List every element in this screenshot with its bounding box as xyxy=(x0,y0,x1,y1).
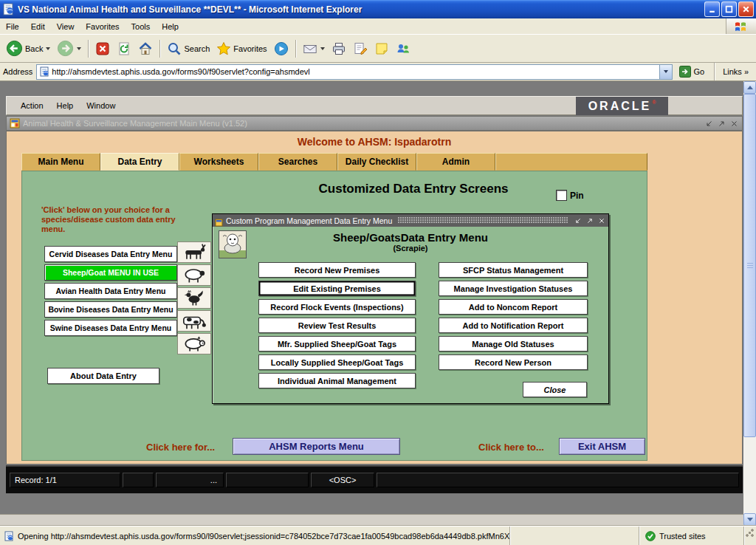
search-label: Search xyxy=(184,44,210,53)
applet-menu-action[interactable]: Action xyxy=(14,98,50,113)
address-bar: Address Go Links » xyxy=(0,63,756,81)
scroll-up-button[interactable] xyxy=(743,81,756,94)
tab-admin[interactable]: Admin xyxy=(416,153,495,171)
swine-menu-button[interactable]: Swine Diseases Data Entry Menu xyxy=(44,320,177,336)
menu-edit[interactable]: Edit xyxy=(25,20,51,33)
mail-dropdown-arrow[interactable] xyxy=(320,47,325,50)
home-button[interactable] xyxy=(135,39,156,58)
welcome-text: Welcome to AHSM: Ispadarotrn xyxy=(7,136,742,148)
dialog-right-button-column: SFCP Status Management Manage Investigat… xyxy=(439,262,588,370)
locally-supplied-tags-button[interactable]: Locally Supplied Sheep/Goat Tags xyxy=(258,354,416,370)
dialog-subheading: (Scrapie) xyxy=(213,244,608,253)
record-new-premises-button[interactable]: Record New Premises xyxy=(258,262,416,278)
address-dropdown-button[interactable] xyxy=(659,65,672,79)
edit-existing-premises-button[interactable]: Edit Existing Premises xyxy=(258,281,416,296)
dialog-window-icon xyxy=(215,216,223,224)
dialog-titlebar-pattern xyxy=(398,217,568,224)
mail-button[interactable] xyxy=(300,39,328,58)
window-controls xyxy=(704,1,754,17)
refresh-button[interactable] xyxy=(114,39,134,58)
mdi-close-button[interactable] xyxy=(729,119,739,128)
exit-ahsm-button[interactable]: Exit AHSM xyxy=(559,438,645,455)
go-button[interactable]: Go xyxy=(676,65,708,78)
mdi-restore-button[interactable] xyxy=(717,119,726,128)
add-to-noncom-report-button[interactable]: Add to Noncom Report xyxy=(439,299,588,315)
favorites-button[interactable]: Favorites xyxy=(213,39,269,58)
menu-favorites[interactable]: Favorites xyxy=(80,20,125,33)
status-cell-empty xyxy=(226,473,309,487)
back-dropdown-arrow[interactable] xyxy=(46,47,50,50)
vertical-scrollbar[interactable] xyxy=(743,81,756,526)
mdi-minimize-button[interactable] xyxy=(704,119,714,128)
dialog-restore-button[interactable] xyxy=(585,216,594,225)
menu-file[interactable]: File xyxy=(0,20,25,33)
close-button[interactable] xyxy=(738,1,754,17)
review-test-results-button[interactable]: Review Test Results xyxy=(258,318,416,333)
edit-button[interactable] xyxy=(350,39,371,58)
dialog-minimize-button[interactable] xyxy=(574,216,583,225)
maximize-button[interactable] xyxy=(721,1,737,17)
media-button[interactable] xyxy=(271,39,292,58)
scrollbar-thumb[interactable] xyxy=(743,94,756,437)
form-status-bar: Record: 1/1 ... <OSC> xyxy=(6,465,743,493)
address-input[interactable] xyxy=(52,66,656,78)
deer-icon xyxy=(177,241,211,263)
status-spacer-section xyxy=(509,527,639,545)
add-to-notification-report-button[interactable]: Add to Notification Report xyxy=(439,318,588,333)
dialog-title-bar[interactable]: Custom Program Management Data Entry Men… xyxy=(213,214,608,227)
avian-menu-button[interactable]: Avian Health Data Entry Menu xyxy=(44,283,177,299)
favorites-star-icon xyxy=(216,41,231,56)
dialog-close-action-button[interactable]: Close xyxy=(523,382,587,397)
windows-logo-icon xyxy=(726,18,756,34)
browser-toolbar: Back xyxy=(0,35,756,63)
sfcp-status-management-button[interactable]: SFCP Status Management xyxy=(439,262,588,278)
back-button[interactable]: Back xyxy=(3,38,53,59)
record-flock-events-button[interactable]: Record Flock Events (Inspections) xyxy=(258,299,416,315)
minimize-button[interactable] xyxy=(704,1,720,17)
bovine-menu-button[interactable]: Bovine Diseases Data Entry Menu xyxy=(44,301,177,318)
menu-view[interactable]: View xyxy=(51,20,80,33)
tab-searches[interactable]: Searches xyxy=(258,153,337,171)
edit-page-icon xyxy=(353,41,368,56)
status-cell-empty xyxy=(123,473,154,487)
messenger-button[interactable] xyxy=(393,39,413,58)
media-icon xyxy=(274,41,289,56)
osc-indicator: <OSC> xyxy=(311,473,374,487)
tab-worksheets[interactable]: Worksheets xyxy=(179,153,258,171)
tab-data-entry[interactable]: Data Entry xyxy=(100,153,179,171)
individual-animal-management-button[interactable]: Individual Animal Management xyxy=(258,373,416,388)
sheep-icon xyxy=(177,264,211,286)
title-bar: VS National Animal Health and Surveillan… xyxy=(0,0,756,18)
tab-daily-checklist[interactable]: Daily Checklist xyxy=(337,153,416,171)
notes-button[interactable] xyxy=(371,39,392,58)
manage-old-statuses-button[interactable]: Manage Old Statuses xyxy=(439,336,588,352)
sheep-goat-menu-button[interactable]: Sheep/Goat MENU IN USE xyxy=(44,264,177,281)
forward-button[interactable] xyxy=(54,38,84,59)
address-label: Address xyxy=(3,67,32,76)
record-new-person-button[interactable]: Record New Person xyxy=(439,354,588,370)
scroll-down-button[interactable] xyxy=(743,513,756,526)
links-button[interactable]: Links » xyxy=(721,67,753,76)
menu-tools[interactable]: Tools xyxy=(126,20,157,33)
applet-menu-help[interactable]: Help xyxy=(50,98,80,113)
mfr-supplied-tags-button[interactable]: Mfr. Supplied Sheep/Goat Tags xyxy=(258,336,416,352)
about-data-entry-button[interactable]: About Data Entry xyxy=(47,368,159,384)
manage-investigation-statuses-button[interactable]: Manage Investigation Statuses xyxy=(439,281,588,296)
toolbar-separator xyxy=(88,40,89,58)
stop-button[interactable] xyxy=(92,39,113,58)
tab-main-menu[interactable]: Main Menu xyxy=(21,153,100,171)
ie-window: VS National Animal Health and Surveillan… xyxy=(0,0,756,545)
menu-help[interactable]: Help xyxy=(156,20,185,33)
cow-icon xyxy=(177,310,211,332)
address-input-wrapper xyxy=(36,64,672,80)
ahsm-reports-menu-button[interactable]: AHSM Reports Menu xyxy=(233,438,400,455)
forward-dropdown-arrow[interactable] xyxy=(77,47,81,50)
dialog-close-button[interactable] xyxy=(597,216,606,225)
resize-grip[interactable] xyxy=(743,527,756,545)
toolbar-separator xyxy=(295,40,296,58)
print-button[interactable] xyxy=(329,39,349,58)
applet-menu-window[interactable]: Window xyxy=(80,98,122,113)
pin-checkbox[interactable] xyxy=(556,190,567,201)
cervid-menu-button[interactable]: Cervid Diseases Data Entry Menu xyxy=(44,246,177,262)
search-button[interactable]: Search xyxy=(164,39,213,58)
